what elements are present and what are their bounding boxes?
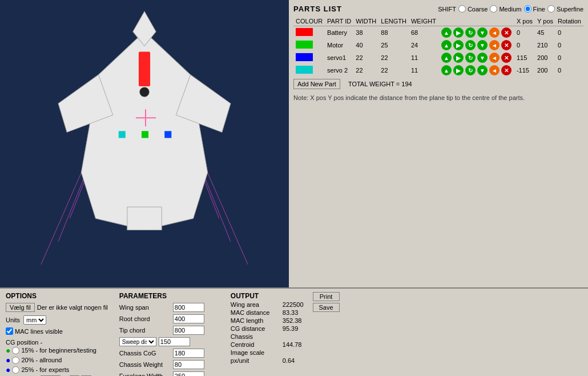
- move-up-button[interactable]: ▲: [441, 53, 452, 63]
- part-id-cell: servo1: [325, 51, 353, 64]
- shift-medium-option[interactable]: Medium: [490, 5, 521, 13]
- output-imagescale: Image scale: [231, 349, 304, 356]
- save-button[interactable]: Save: [313, 303, 340, 312]
- parameters-section: PARAMETERS Wing span Root chord Tip chor…: [119, 292, 219, 373]
- chassiscog-input[interactable]: [173, 349, 204, 358]
- color-swatch: [296, 53, 313, 61]
- move-left-button[interactable]: ◄: [489, 40, 500, 50]
- cg-label: CG position -: [6, 339, 108, 346]
- move-left-button[interactable]: ◄: [489, 53, 500, 63]
- ypos-cell: 45: [535, 26, 555, 39]
- length-cell: 88: [378, 26, 409, 39]
- move-up-button[interactable]: ▲: [441, 27, 452, 38]
- delete-button[interactable]: ✕: [501, 40, 512, 50]
- length-cell: 25: [378, 39, 409, 51]
- xpos-cell: -115: [514, 64, 535, 77]
- fuselagewidth-input[interactable]: [173, 371, 204, 376]
- shift-fine-option[interactable]: Fine: [524, 5, 545, 13]
- param-wingspan: Wing span: [119, 303, 219, 312]
- mac-lines-checkbox[interactable]: [6, 327, 13, 335]
- width-cell: 22: [353, 51, 378, 64]
- move-right-button[interactable]: ▼: [477, 53, 488, 63]
- choose-file-button[interactable]: Vælg fil: [6, 303, 35, 312]
- weight-cell: 24: [409, 39, 438, 51]
- shift-superfine-option[interactable]: Superfine: [547, 5, 583, 13]
- action-btns: ▲ ▶ ↻ ▼ ◄ ✕: [441, 65, 512, 75]
- total-weight-label: TOTAL WEIGHT = 194: [346, 78, 414, 90]
- output-chassis: Chassis: [231, 333, 304, 340]
- move-right-button[interactable]: ▼: [477, 40, 488, 50]
- file-no-selected-label: Der er ikke valgt nogen fil: [37, 304, 108, 311]
- table-row: servo 2 22 22 11 ▲ ▶ ↻ ▼ ◄ ✕ -115 200 0: [293, 64, 583, 77]
- shift-coarse-option[interactable]: Coarse: [458, 5, 488, 13]
- tipchord-input[interactable]: [173, 326, 204, 335]
- param-tipchord: Tip chord: [119, 326, 219, 335]
- rootchord-input[interactable]: [173, 314, 204, 323]
- col-colour: COLOUR: [293, 17, 325, 26]
- cg-20-option[interactable]: ● 20% - allround: [6, 355, 108, 365]
- file-row: Vælg fil Der er ikke valgt nogen fil: [6, 303, 108, 312]
- svg-rect-12: [139, 52, 150, 86]
- svg-rect-11: [127, 207, 162, 230]
- units-select[interactable]: mm cm in: [23, 315, 46, 325]
- width-cell: 22: [353, 64, 378, 77]
- move-up-button[interactable]: ▲: [441, 40, 452, 50]
- width-cell: 38: [353, 26, 378, 39]
- move-left-button[interactable]: ◄: [489, 27, 500, 38]
- color-swatch: [296, 66, 313, 74]
- rotation-cell: 0: [555, 51, 583, 64]
- col-length: LENGTH: [378, 17, 409, 26]
- print-button[interactable]: Print: [313, 292, 340, 301]
- weight-cell: 68: [409, 26, 438, 39]
- wingspan-input[interactable]: [173, 303, 204, 312]
- move-down-button[interactable]: ▶: [453, 40, 464, 50]
- sweepdist-select[interactable]: Sweep dist: [119, 337, 156, 346]
- move-down-button[interactable]: ▶: [453, 65, 464, 75]
- col-actions: [438, 17, 514, 26]
- param-chassisweight: Chassis Weight: [119, 360, 219, 369]
- delete-button[interactable]: ✕: [501, 53, 512, 63]
- param-sweepdist: Sweep dist: [119, 337, 219, 346]
- param-chassiscog: Chassis CoG: [119, 349, 219, 358]
- move-up-button[interactable]: ▲: [441, 65, 452, 75]
- col-ypos: Y pos: [535, 17, 555, 26]
- col-xpos: X pos: [514, 17, 535, 26]
- sweepdist-input[interactable]: [159, 337, 190, 346]
- action-btns: ▲ ▶ ↻ ▼ ◄ ✕: [441, 40, 512, 50]
- move-right-button[interactable]: ▼: [477, 27, 488, 38]
- part-id-cell: servo 2: [325, 64, 353, 77]
- width-cell: 40: [353, 39, 378, 51]
- rotate-cw-button[interactable]: ↻: [465, 65, 476, 75]
- canvas-area: [0, 0, 289, 287]
- parts-area: PARTS LIST SHIFT Coarse Medium Fine: [289, 0, 588, 287]
- rotate-cw-button[interactable]: ↻: [465, 40, 476, 50]
- output-centroid: Centroid 144.78: [231, 341, 304, 348]
- col-rotation: Rotation: [555, 17, 583, 26]
- move-down-button[interactable]: ▶: [453, 53, 464, 63]
- rotate-cw-button[interactable]: ↻: [465, 27, 476, 38]
- xpos-cell: 0: [514, 26, 535, 39]
- output-title: OUTPUT: [231, 292, 304, 300]
- move-right-button[interactable]: ▼: [477, 65, 488, 75]
- output-cgdistance: CG distance 95.39: [231, 325, 304, 332]
- output-macdistance: MAC distance 83.33: [231, 309, 304, 316]
- weight-cell: 11: [409, 51, 438, 64]
- chassisweight-input[interactable]: [173, 360, 204, 369]
- table-row: Motor 40 25 24 ▲ ▶ ↻ ▼ ◄ ✕ 0 210 0: [293, 39, 583, 51]
- rotate-cw-button[interactable]: ↻: [465, 53, 476, 63]
- table-row: Battery 38 88 68 ▲ ▶ ↻ ▼ ◄ ✕ 0 45 0: [293, 26, 583, 39]
- cg-15-option[interactable]: ● 15% - for beginners/testing: [6, 346, 108, 355]
- cg-25-option[interactable]: ● 25% - for experts: [6, 365, 108, 374]
- delete-button[interactable]: ✕: [501, 27, 512, 38]
- move-down-button[interactable]: ▶: [453, 27, 464, 38]
- move-left-button[interactable]: ◄: [489, 65, 500, 75]
- print-save-buttons: Print Save: [313, 292, 340, 312]
- add-new-part-button[interactable]: Add New Part: [293, 79, 340, 89]
- rotation-cell: 0: [555, 26, 583, 39]
- xpos-cell: 115: [514, 51, 535, 64]
- svg-rect-16: [119, 131, 126, 138]
- delete-button[interactable]: ✕: [501, 65, 512, 75]
- units-row: Units mm cm in: [6, 315, 108, 325]
- length-cell: 22: [378, 64, 409, 77]
- weight-cell: 11: [409, 64, 438, 77]
